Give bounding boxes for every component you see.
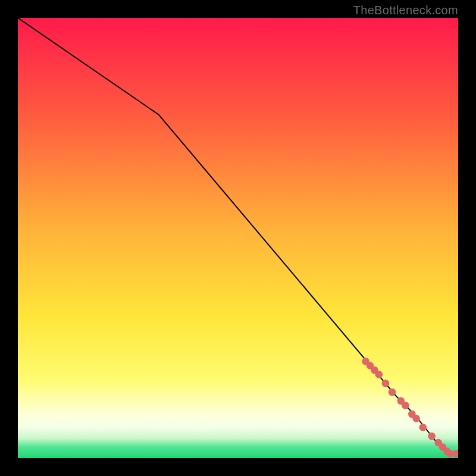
marker-dot bbox=[402, 402, 409, 409]
marker-group bbox=[362, 358, 458, 458]
marker-dot bbox=[382, 380, 390, 387]
marker-dot bbox=[375, 371, 383, 378]
marker-dot bbox=[389, 389, 396, 396]
chart-svg bbox=[18, 18, 458, 458]
main-line bbox=[18, 18, 458, 454]
marker-dot bbox=[412, 415, 420, 422]
watermark-text: TheBottleneck.com bbox=[353, 4, 458, 17]
marker-dot bbox=[419, 424, 427, 431]
plot-area bbox=[18, 18, 458, 458]
chart-frame: TheBottleneck.com bbox=[0, 0, 476, 476]
marker-dot bbox=[452, 450, 458, 458]
marker-dot bbox=[428, 433, 436, 440]
